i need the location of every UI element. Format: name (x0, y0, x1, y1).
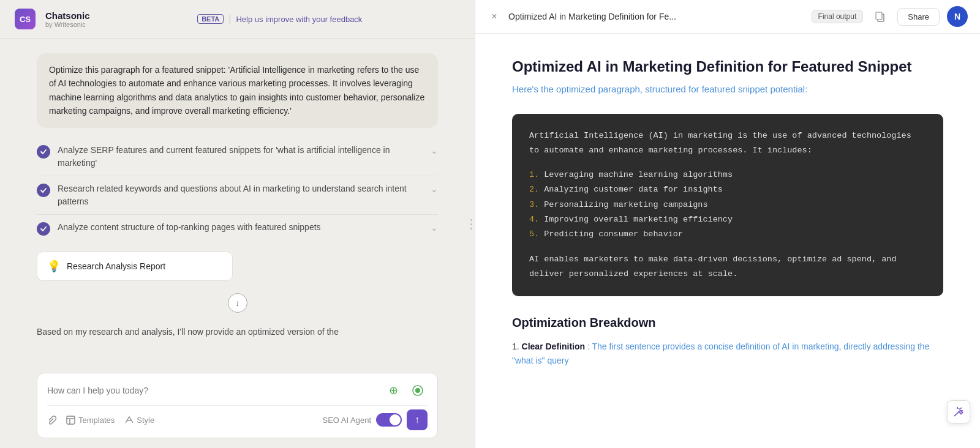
templates-label: Templates (78, 416, 115, 425)
close-button[interactable]: × (488, 10, 501, 23)
user-message: Optimize this paragraph for a featured s… (37, 53, 438, 128)
task-item-2: Research related keywords and questions … (37, 176, 438, 215)
app-name: Chatsonic (45, 10, 90, 21)
task-text-3: Analyze content structure of top-ranking… (58, 221, 423, 234)
style-button[interactable]: Style (124, 416, 154, 425)
emoji-button[interactable]: ⊕ (383, 381, 403, 400)
code-item-1-text: Leveraging machine learning algorithms (544, 168, 733, 182)
logo-avatar: CS (15, 9, 36, 29)
svg-line-8 (954, 412, 959, 416)
drag-handle[interactable] (467, 212, 475, 236)
left-panel: CS Chatsonic by Writesonic BETA | Help u… (0, 0, 475, 448)
code-item-4: 4.Improving overall marketing efficiency (529, 212, 926, 227)
check-icon-3 (37, 222, 50, 236)
code-item-5-text: Predicting consumer behavior (544, 227, 683, 242)
input-bottom-row: Templates Style SEO AI Agent ↑ (47, 405, 428, 430)
code-item-3-text: Personalizing marketing campaigns (544, 198, 707, 212)
g-button[interactable] (408, 381, 428, 400)
user-avatar: N (947, 6, 968, 27)
task-text-2: Research related keywords and questions … (58, 182, 423, 208)
copy-button[interactable] (870, 7, 890, 26)
seo-label: SEO AI Agent (323, 416, 372, 425)
seo-toggle[interactable] (376, 413, 402, 427)
svg-point-1 (415, 388, 420, 393)
right-header: × Optimized AI in Marketing Definition f… (475, 0, 980, 34)
header-center: BETA | Help us improve with your feedbac… (100, 13, 460, 24)
input-area: ⊕ Templates Sty (0, 368, 475, 448)
toggle-thumb (390, 414, 401, 425)
code-footer: AI enables marketers to make data-driven… (529, 252, 926, 282)
right-content: Optimized AI in Marketing Definition for… (475, 34, 980, 448)
attach-button[interactable] (47, 416, 56, 425)
section-title: Optimization Breakdown (512, 316, 943, 330)
chat-input[interactable] (47, 386, 383, 395)
code-block: Artificial Intelligence (AI) in marketin… (512, 114, 943, 297)
bulb-icon: 💡 (47, 259, 61, 273)
task-chevron-1[interactable]: ⌄ (431, 146, 438, 155)
based-text: Based on my research and analysis, I'll … (37, 325, 438, 338)
logo-text: Chatsonic by Writesonic (45, 10, 90, 28)
magic-wand-button[interactable] (947, 400, 970, 424)
share-button[interactable]: Share (897, 8, 940, 26)
research-card-label: Research Analysis Report (67, 261, 165, 271)
task-chevron-2[interactable]: ⌄ (431, 184, 438, 194)
code-item-3: 3.Personalizing marketing campaigns (529, 198, 926, 212)
svg-line-11 (959, 408, 960, 409)
code-intro: Artificial Intelligence (AI) in marketin… (529, 129, 926, 159)
left-header: CS Chatsonic by Writesonic BETA | Help u… (0, 0, 475, 39)
svg-rect-2 (67, 416, 75, 424)
right-panel: × Optimized AI in Marketing Definition f… (475, 0, 980, 448)
code-item-5: 5.Predicting consumer behavior (529, 227, 926, 242)
document-title: Optimized AI in Marketing Definition for… (508, 12, 804, 21)
research-card: 💡 Research Analysis Report (37, 252, 233, 281)
send-button[interactable]: ↑ (407, 409, 428, 430)
svg-rect-7 (876, 12, 882, 20)
check-icon-2 (37, 184, 50, 197)
input-icons: ⊕ (383, 381, 428, 400)
check-icon-1 (37, 145, 50, 159)
style-label: Style (137, 416, 154, 425)
bottom-tools: Templates Style (47, 416, 154, 425)
task-chevron-3[interactable]: ⌄ (431, 223, 438, 233)
task-list: Analyze SERP features and current featur… (37, 138, 438, 242)
code-list: 1.Leveraging machine learning algorithms… (529, 168, 926, 242)
svg-line-12 (960, 408, 962, 409)
task-text-1: Analyze SERP features and current featur… (58, 144, 423, 170)
task-item: Analyze SERP features and current featur… (37, 138, 438, 176)
input-box: ⊕ Templates Sty (37, 373, 438, 438)
code-item-2: 2.Analyzing customer data for insights (529, 182, 926, 197)
code-item-2-text: Analyzing customer data for insights (544, 182, 723, 197)
breakdown-label-1: Clear Definition (522, 342, 585, 351)
header-divider: | (228, 13, 231, 24)
input-top-row: ⊕ (47, 381, 428, 400)
app-by: by Writesonic (45, 21, 90, 28)
seo-toggle-area: SEO AI Agent ↑ (323, 409, 428, 430)
scroll-down-button[interactable]: ↓ (228, 293, 247, 313)
task-item-3: Analyze content structure of top-ranking… (37, 215, 438, 242)
logo-initials: CS (20, 15, 31, 24)
final-output-badge: Final output (812, 10, 864, 23)
code-item-1: 1.Leveraging machine learning algorithms (529, 168, 926, 182)
breakdown-item-1: 1. Clear Definition : The first sentence… (512, 340, 943, 367)
document-main-title: Optimized AI in Marketing Definition for… (512, 58, 943, 75)
chat-area: Optimize this paragraph for a featured s… (0, 39, 475, 368)
feedback-link[interactable]: Help us improve with your feedback (236, 15, 362, 24)
breakdown-list: 1. Clear Definition : The first sentence… (512, 340, 943, 367)
code-item-4-text: Improving overall marketing efficiency (544, 212, 733, 227)
document-subtitle: Here's the optimized paragraph, structur… (512, 83, 943, 97)
beta-badge: BETA (197, 14, 224, 24)
templates-button[interactable]: Templates (66, 416, 115, 425)
